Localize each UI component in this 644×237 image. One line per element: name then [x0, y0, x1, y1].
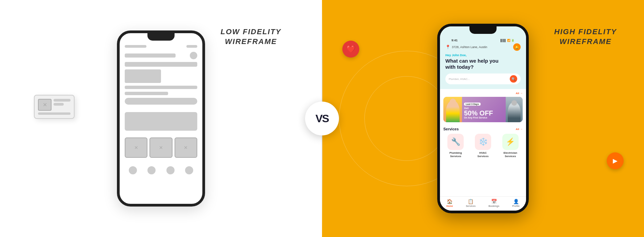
services-all-link[interactable]: All →	[516, 128, 523, 131]
wireframe-card: ✕	[125, 137, 147, 158]
profile-label: Profile	[512, 205, 520, 207]
status-bar: 9:41 ▌▌▌ 📶 🔋	[445, 29, 521, 43]
services-icon: 📋	[468, 199, 474, 204]
wireframe-search	[125, 98, 197, 105]
electrician-icon: ⚡	[506, 137, 515, 146]
promo-header: All →	[443, 92, 523, 95]
promo-banner: Last 3 Days Get 50% OFF On Any First Ser…	[443, 97, 523, 122]
location-text: 3728, Ashton Lane, Austin	[452, 45, 487, 49]
services-header: Services All →	[443, 127, 523, 131]
search-button[interactable]: 🔍	[510, 75, 517, 83]
wireframe-bar	[38, 112, 71, 115]
hvac-icon-wrap: ❄️	[475, 134, 491, 150]
location-row: 📍 3728, Ashton Lane, Austin 🔔	[445, 43, 521, 51]
wireframe-nav-icon	[147, 166, 156, 174]
low-fidelity-label: LOW FIDELITY WIREFRAME	[221, 27, 281, 46]
greeting-text: Hey John Doe,	[445, 53, 521, 57]
services-section: Services All → 🔧 PlumbingServices ❄️	[440, 124, 526, 196]
search-placeholder: Plumber, HVAC...	[449, 78, 508, 81]
plumbing-icon: 🔧	[451, 137, 460, 146]
promo-image-left	[443, 97, 462, 122]
location-pin-icon: 📍	[445, 45, 450, 49]
wireframe-bar	[125, 45, 146, 48]
nav-services[interactable]: 📋 Services	[466, 199, 476, 207]
bookings-label: Bookings	[488, 205, 499, 207]
search-bar[interactable]: Plumber, HVAC... 🔍	[445, 73, 521, 84]
head-figure	[450, 99, 456, 105]
promo-subtext: On Any First Service	[464, 116, 504, 119]
wireframe-content: ✕ ✕ ✕	[120, 35, 202, 179]
bookings-icon: 📅	[491, 199, 497, 204]
promo-all-link[interactable]: All →	[516, 92, 523, 95]
home-icon: 🏠	[447, 199, 452, 204]
services-title: Services	[443, 127, 459, 131]
wireframe-bar	[125, 92, 168, 95]
nav-home[interactable]: 🏠 Home	[446, 199, 453, 207]
vs-badge: VS	[305, 102, 339, 135]
service-item-plumbing[interactable]: 🔧 PlumbingServices	[443, 134, 468, 158]
notification-button[interactable]: 🔔	[513, 43, 521, 51]
wireframe-nav	[125, 166, 197, 174]
promo-text: Last 3 Days Get 50% OFF On Any First Ser…	[464, 100, 504, 119]
nav-profile[interactable]: 👤 Profile	[512, 199, 520, 207]
person-figure	[446, 100, 460, 122]
hvac-label: HVACServices	[478, 151, 489, 158]
signal-icons: ▌▌▌ 📶 🔋	[501, 39, 515, 42]
play-badge: ▶	[607, 152, 624, 169]
bottom-nav: 🏠 Home 📋 Services 📅 Bookings 👤 Profile	[440, 196, 526, 211]
wifi-icon: 📶	[507, 39, 510, 42]
wireframe-card: ✕	[149, 137, 172, 158]
deco-circle-medium	[364, 76, 449, 161]
wireframe-nav-icon	[166, 166, 175, 174]
services-label: Services	[466, 205, 476, 207]
left-panel: LOW FIDELITY WIREFRAME	[0, 0, 322, 237]
nav-bookings[interactable]: 📅 Bookings	[488, 199, 499, 207]
profile-icon: 👤	[513, 199, 519, 204]
wireframe-bar	[125, 86, 197, 89]
wireframe-image-placeholder	[38, 99, 52, 111]
electrician-label: ElectricianServices	[503, 151, 517, 158]
wireframe-bar	[186, 45, 197, 48]
promo-percent: 50% OFF	[464, 110, 504, 116]
hvac-icon: ❄️	[479, 137, 488, 146]
right-panel: HIGH FIDELITY WIREFRAME ❤️ ▶ 9:41 ▌▌▌ 📶 …	[322, 0, 644, 237]
wireframe-floating-card	[34, 95, 75, 119]
hifi-phone: 9:41 ▌▌▌ 📶 🔋 📍 3728, Ashton Lane, Austin…	[437, 24, 529, 213]
tagline: What can we help you with today?	[445, 58, 521, 70]
electrician-icon-wrap: ⚡	[502, 134, 519, 150]
person-figure-2	[508, 102, 521, 122]
plumbing-icon-wrap: 🔧	[447, 134, 464, 150]
wireframe-nav-icon	[185, 166, 193, 174]
app-header: 9:41 ▌▌▌ 📶 🔋 📍 3728, Ashton Lane, Austin…	[440, 26, 526, 89]
wireframe-bar	[54, 99, 71, 102]
wireframe-nav-icon	[129, 166, 137, 174]
wireframe-bar	[125, 62, 197, 67]
services-grid: 🔧 PlumbingServices ❄️ HVACServices ⚡	[443, 134, 523, 158]
wireframe-card: ✕	[175, 137, 197, 158]
head-figure-2	[511, 100, 517, 106]
high-fidelity-label: HIGH FIDELITY WIREFRAME	[554, 27, 617, 46]
wireframe-bar	[54, 103, 64, 106]
wireframe-banner	[125, 112, 197, 131]
wireframe-phone: ✕ ✕ ✕	[117, 30, 205, 207]
heart-badge: ❤️	[342, 41, 359, 58]
wireframe-circle	[190, 52, 197, 59]
app-content: 9:41 ▌▌▌ 📶 🔋 📍 3728, Ashton Lane, Austin…	[440, 26, 526, 211]
status-time: 9:41	[451, 39, 458, 42]
plumbing-label: PlumbingServices	[449, 151, 462, 158]
home-label: Home	[446, 205, 453, 207]
wireframe-bar	[125, 69, 161, 83]
service-item-electrician[interactable]: ⚡ ElectricianServices	[498, 134, 523, 158]
promo-image-right	[506, 97, 523, 122]
wireframe-bar	[125, 53, 176, 58]
signal-bar: ▌▌▌	[501, 39, 506, 42]
last-days-badge: Last 3 Days	[464, 103, 481, 106]
service-item-hvac[interactable]: ❄️ HVACServices	[471, 134, 496, 158]
promo-section: All → Last 3 Days Get 50% OFF On Any F	[440, 89, 526, 124]
battery-icon: 🔋	[511, 39, 515, 42]
